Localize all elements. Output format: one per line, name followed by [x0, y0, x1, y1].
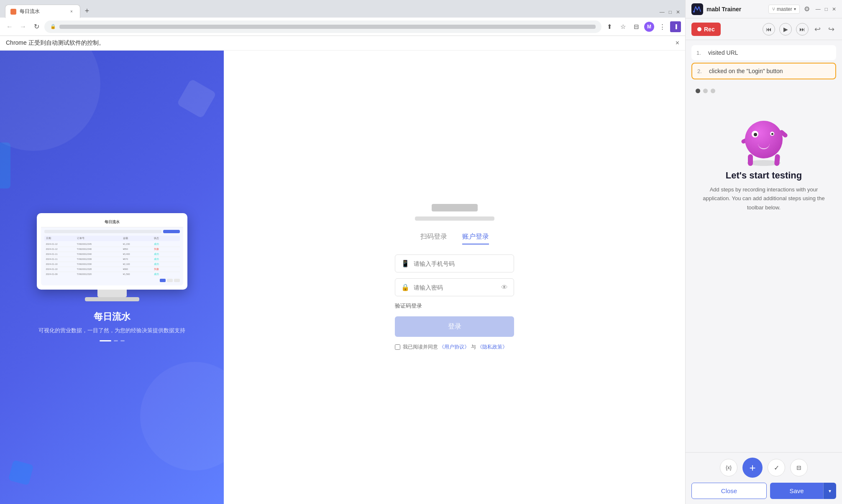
- password-input-group[interactable]: 🔒 👁: [395, 278, 514, 296]
- login-tab-bar: 扫码登录 账户登录: [420, 232, 489, 244]
- mabl-window-titlebar: mabl Trainer ⑂ master ▾ ⚙ — □ ✕: [686, 0, 842, 18]
- mabl-trainer-panel: mabl Trainer ⑂ master ▾ ⚙ — □ ✕: [685, 0, 842, 504]
- step-1-number: 1.: [696, 50, 704, 56]
- page-content: 每日流水 日期: [0, 51, 685, 504]
- redo-button[interactable]: ↪: [827, 25, 836, 34]
- login-button[interactable]: 登录: [395, 316, 514, 337]
- automation-warning-close[interactable]: ×: [676, 39, 679, 47]
- phone-input[interactable]: [414, 260, 508, 267]
- left-panel-subtitle: 可视化的营业数据，一目了然，为您的经验决策提供数据支持: [38, 326, 185, 335]
- step-2[interactable]: 2. clicked on the "Login" button: [691, 63, 836, 79]
- bg-shape-4: [8, 460, 33, 485]
- mabl-panel-toggle[interactable]: ▐: [670, 21, 681, 32]
- step-2-label: clicked on the "Login" button: [709, 68, 783, 74]
- agree-checkbox[interactable]: [395, 344, 400, 350]
- address-bar-row: ← → ↻ 🔒 ⬆ ☆ ⊟ M ⋮ ▐: [0, 18, 685, 36]
- dot-3: [711, 89, 715, 93]
- privacy-policy-link[interactable]: 《隐私政策》: [477, 344, 507, 350]
- mabl-bottom-toolbar: {x} + ✓ ⊟ Close Save ▾: [686, 452, 842, 504]
- mabl-logo-icon: [691, 3, 703, 15]
- svg-point-1: [693, 11, 695, 13]
- dot-2: [703, 89, 708, 93]
- lock-icon: 🔒: [50, 24, 56, 29]
- branch-dropdown-arrow: ▾: [794, 7, 796, 11]
- rec-button[interactable]: Rec: [691, 23, 721, 36]
- mabl-window-maximize[interactable]: □: [825, 6, 828, 12]
- reader-mode-icon[interactable]: ⊟: [631, 21, 642, 32]
- bg-shape-1: [0, 51, 100, 151]
- filter-button[interactable]: ⊟: [790, 459, 808, 476]
- mabl-app-title: mabl Trainer: [706, 6, 741, 13]
- restore-btn[interactable]: □: [669, 9, 672, 15]
- branch-icon: ⑂: [772, 6, 775, 12]
- forward-button[interactable]: →: [18, 21, 28, 32]
- login-form: 📱 🔒 👁 验证码登录: [395, 255, 514, 351]
- mabl-settings-btn[interactable]: ⚙: [804, 5, 810, 13]
- undo-button[interactable]: ↩: [813, 25, 822, 34]
- bg-shape-3: [177, 79, 217, 119]
- branch-name: master: [777, 6, 792, 12]
- mabl-description: Add steps by recording interactions with…: [694, 185, 834, 212]
- action-buttons-row: {x} + ✓ ⊟: [691, 458, 836, 478]
- reload-button[interactable]: ↻: [31, 21, 42, 32]
- monitor-table: 2024-01-12 TXN00012345 ¥1,230 成功 2024-01…: [44, 242, 180, 277]
- user-agreement-link[interactable]: 《用户协议》: [439, 344, 469, 350]
- step-2-number: 2.: [697, 68, 705, 74]
- tab-favicon: [10, 9, 16, 15]
- mascot-area: Let's start testing Add steps by recordi…: [686, 84, 842, 452]
- save-dropdown-arrow[interactable]: ▾: [823, 483, 836, 499]
- bg-shape-2: [140, 362, 224, 471]
- password-input[interactable]: [414, 284, 497, 291]
- rec-dot-indicator: [697, 27, 701, 31]
- lock-input-icon: 🔒: [401, 283, 409, 291]
- bookmark-icon[interactable]: ☆: [617, 21, 628, 32]
- assertion-button[interactable]: ✓: [768, 459, 785, 476]
- active-tab[interactable]: 每日流水 ×: [5, 5, 80, 18]
- brand-logo: [432, 204, 478, 211]
- minimize-btn[interactable]: —: [660, 9, 665, 15]
- mabl-window-close[interactable]: ✕: [832, 6, 836, 12]
- code-variables-button[interactable]: {x}: [720, 459, 737, 476]
- tab-title: 每日流水: [20, 8, 65, 15]
- mabl-window-minimize[interactable]: —: [816, 6, 821, 12]
- left-panel-title: 每日流水: [94, 311, 131, 323]
- phone-input-group[interactable]: 📱: [395, 255, 514, 272]
- show-password-icon[interactable]: 👁: [501, 284, 508, 291]
- menu-icon[interactable]: ⋮: [657, 21, 668, 32]
- step-forward-button[interactable]: ⏭: [796, 23, 809, 36]
- automation-warning-bar: Chrome 正受到自动测试软件的控制。 ×: [0, 36, 685, 51]
- step-1-label: visited URL: [708, 49, 738, 56]
- new-tab-button[interactable]: +: [81, 5, 93, 17]
- account-login-tab[interactable]: 账户登录: [462, 232, 489, 244]
- tab-bar: 每日流水 × + — □ ✕: [0, 0, 685, 18]
- window-controls: — □ ✕: [660, 9, 682, 15]
- login-panel: 扫码登录 账户登录 📱: [224, 51, 685, 504]
- step-back-button[interactable]: ⏮: [763, 23, 775, 36]
- add-step-button[interactable]: +: [742, 458, 763, 478]
- left-decorative-panel: 每日流水 日期: [0, 51, 224, 504]
- play-button[interactable]: ▶: [779, 23, 792, 36]
- save-button[interactable]: Save: [770, 483, 823, 499]
- address-bar[interactable]: 🔒: [44, 20, 601, 33]
- mabl-branch-tag[interactable]: ⑂ master ▾: [768, 5, 800, 14]
- monitor-header-bar: 每日流水: [41, 217, 183, 227]
- share-icon[interactable]: ⬆: [604, 21, 615, 32]
- panel-indicator-dots: [100, 340, 125, 341]
- close-btn[interactable]: ✕: [676, 9, 680, 15]
- url-display: [59, 25, 596, 29]
- footer-buttons-row: Close Save ▾: [691, 483, 836, 499]
- back-button[interactable]: ←: [4, 21, 15, 32]
- phone-icon: 📱: [401, 260, 409, 267]
- extension-icon[interactable]: M: [644, 22, 654, 32]
- scan-login-tab[interactable]: 扫码登录: [420, 232, 447, 244]
- mabl-heading: Let's start testing: [726, 170, 802, 181]
- monitor-mockup: 每日流水 日期: [37, 213, 187, 301]
- close-button[interactable]: Close: [691, 483, 767, 499]
- mascot-illustration: [735, 99, 793, 166]
- tab-close-btn[interactable]: ×: [68, 8, 75, 15]
- mascot-indicator-dots: [696, 89, 715, 93]
- automation-warning-text: Chrome 正受到自动测试软件的控制。: [6, 39, 105, 47]
- verification-code-link[interactable]: 验证码登录: [395, 302, 514, 310]
- dot-1: [696, 89, 700, 93]
- step-1[interactable]: 1. visited URL: [691, 45, 836, 60]
